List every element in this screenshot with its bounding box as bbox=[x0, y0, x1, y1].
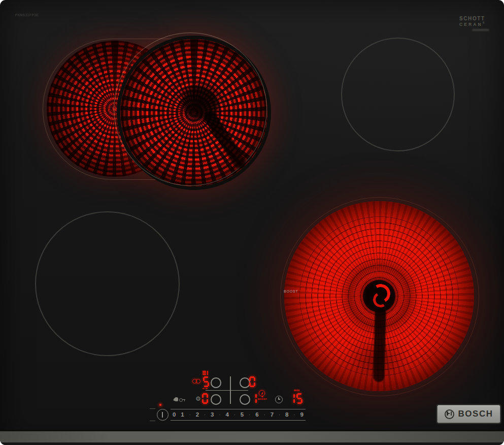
slider-number-0[interactable]: 0 bbox=[173, 412, 176, 418]
zone-key-front-left[interactable] bbox=[211, 394, 221, 405]
display-rear-left-level bbox=[203, 376, 211, 387]
panel-divider bbox=[150, 408, 155, 409]
bosch-symbol-icon bbox=[445, 409, 454, 419]
zone-key-rear-right[interactable] bbox=[240, 377, 250, 388]
model-number: PKN631FP3E bbox=[15, 13, 39, 17]
timer-unit-label: min bbox=[294, 389, 299, 392]
slider-number-3[interactable]: 3 bbox=[211, 412, 214, 418]
settings-gear-icon[interactable]: ⚙ bbox=[195, 396, 201, 402]
zone-key-rear-left[interactable] bbox=[211, 377, 221, 388]
slider-number-8[interactable]: 8 bbox=[285, 412, 288, 418]
slider-dot: · bbox=[293, 412, 295, 418]
front-left-zone bbox=[35, 211, 180, 356]
panel-divider bbox=[150, 421, 155, 421]
child-lock-key-icon bbox=[184, 400, 185, 401]
display-rear-right-level bbox=[249, 376, 257, 387]
boost-indicator: BOOST bbox=[256, 390, 268, 401]
control-panel: BOOST min ⚙ 0 1 · 2 · 3 · 4 bbox=[150, 368, 313, 425]
slider-dot: · bbox=[234, 412, 236, 418]
slider-dot: · bbox=[279, 412, 280, 418]
slider-number-9[interactable]: 9 bbox=[300, 412, 303, 418]
child-lock-hand-icon bbox=[175, 397, 178, 401]
boost-label: BOOST bbox=[256, 398, 268, 400]
schott-ceran-line2: CERAN® bbox=[459, 22, 485, 27]
rear-right-zone bbox=[341, 38, 455, 151]
slider-dot: · bbox=[249, 412, 250, 418]
display-front-left-level bbox=[202, 393, 210, 404]
registered-mark: ® bbox=[483, 21, 485, 24]
zone-key-front-right[interactable] bbox=[240, 394, 250, 405]
slider-number-7[interactable]: 7 bbox=[271, 412, 274, 418]
schott-ceran-logo: SCHOTT CERAN® bbox=[459, 16, 485, 26]
power-button[interactable] bbox=[157, 409, 169, 421]
front-trim bbox=[0, 430, 504, 444]
slider-number-4[interactable]: 4 bbox=[225, 412, 228, 418]
slider-dot: · bbox=[189, 412, 190, 418]
zone-map-divider bbox=[206, 390, 248, 391]
boost-arrow-icon bbox=[261, 396, 263, 397]
slider-dot: · bbox=[264, 412, 265, 418]
slider-number-5[interactable]: 5 bbox=[241, 412, 244, 418]
cooktop-glass-surface: PKN631FP3E SCHOTT CERAN® BOOST bbox=[0, 0, 504, 445]
dual-zone-indicator-icon bbox=[192, 379, 201, 384]
element-lead-shadow bbox=[373, 308, 386, 383]
element-hub bbox=[363, 280, 395, 312]
bosch-logo-badge: BOSCH bbox=[437, 405, 500, 423]
extension-indicator-icon bbox=[203, 371, 209, 375]
boost-zone-print: BOOST bbox=[284, 290, 298, 293]
slider-number-1[interactable]: 1 bbox=[181, 412, 184, 418]
timer-clock-icon[interactable] bbox=[275, 396, 283, 403]
front-trim-edge bbox=[0, 442, 504, 445]
power-level-slider[interactable]: 0 1 · 2 · 3 · 4 · 5 · 6 · 7 · 8 · 9 bbox=[173, 411, 304, 419]
child-lock-key[interactable] bbox=[174, 396, 186, 403]
bosch-logo-text: BOSCH bbox=[458, 409, 493, 419]
ceran-fine-print bbox=[472, 29, 489, 31]
power-indicator-led bbox=[159, 404, 161, 406]
slider-dot: · bbox=[219, 412, 220, 418]
slider-number-6[interactable]: 6 bbox=[255, 412, 258, 418]
display-timer bbox=[289, 393, 304, 404]
slider-border bbox=[171, 420, 306, 421]
slider-dot: · bbox=[204, 412, 206, 418]
slider-border bbox=[171, 409, 306, 409]
slider-number-2[interactable]: 2 bbox=[196, 412, 199, 418]
schott-ceran-line1: SCHOTT bbox=[459, 16, 485, 22]
